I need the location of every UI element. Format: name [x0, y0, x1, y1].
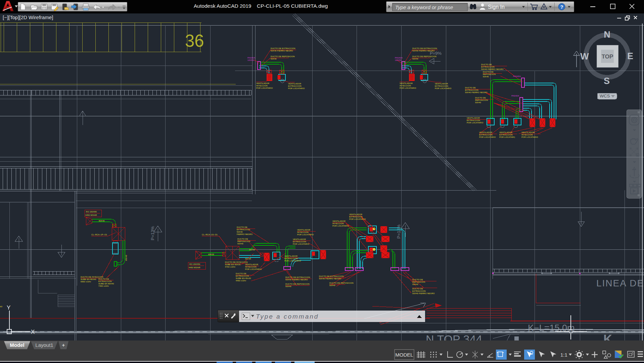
- svg-text:EXTRACCION: EXTRACCION: [435, 85, 448, 87]
- svg-text:50X40: 50X40: [271, 58, 277, 60]
- svg-text:50X40 FIERRO NEGRO: 50X40 FIERRO NEGRO: [465, 91, 488, 93]
- svg-text:50X40: 50X40: [285, 285, 291, 287]
- svg-text:?: ?: [560, 4, 563, 10]
- svg-text:RO 150X80: RO 150X80: [86, 211, 97, 213]
- svg-text:50X40: 50X40: [412, 58, 418, 60]
- svg-text:50X40 FIERRO NEGRO: 50X40 FIERRO NEGRO: [319, 278, 341, 280]
- svg-text:POR LOCATARIO: POR LOCATARIO: [297, 234, 314, 236]
- svg-text:VENTILADOR: VENTILADOR: [435, 83, 448, 85]
- svg-text:RO 150X50: RO 150X50: [189, 263, 200, 265]
- svg-text:N: N: [604, 30, 610, 40]
- svg-text:4450 M3/HR: 4450 M3/HR: [189, 267, 200, 269]
- svg-text:DUCTO DE: DUCTO DE: [481, 64, 492, 66]
- svg-text:E: E: [627, 51, 633, 61]
- svg-text:DUCTO DE: DUCTO DE: [237, 226, 247, 228]
- svg-text:DUCTO DE: DUCTO DE: [412, 288, 423, 290]
- svg-text:65X35: 65X35: [245, 258, 251, 260]
- svg-text:REPOSICION: REPOSICION: [475, 99, 488, 101]
- svg-text:FIERRO NEGRO: FIERRO NEGRO: [237, 233, 252, 235]
- svg-text:SUBE EN 80X40: SUBE EN 80X40: [81, 278, 96, 280]
- svg-text:6650 m3/hr: 6650 m3/hr: [81, 281, 91, 283]
- svg-text:INYECCION: INYECCION: [256, 85, 268, 87]
- svg-text:Y: Y: [7, 305, 10, 311]
- svg-text:Type a command: Type a command: [256, 313, 319, 320]
- svg-text:50X40: 50X40: [412, 283, 418, 285]
- svg-text:DUCTO DE: DUCTO DE: [236, 273, 246, 275]
- svg-text:120X50: 120X50: [395, 59, 402, 61]
- svg-text:SUBE EN 80X40: SUBE EN 80X40: [98, 283, 114, 285]
- svg-text:50X40: 50X40: [483, 76, 489, 78]
- svg-text:POR LOCATARI): POR LOCATARI): [499, 136, 515, 138]
- svg-text:EXTRACCION: EXTRACCION: [98, 280, 112, 282]
- svg-text:DUCTO DE EXTRACCION: DUCTO DE EXTRACCION: [271, 47, 295, 49]
- svg-text:VENTILADOR: VENTILADOR: [297, 229, 310, 231]
- svg-text:4450 M3/HR: 4450 M3/HR: [85, 214, 97, 216]
- svg-text:INYECCION: INYECCION: [332, 223, 344, 225]
- svg-text:POR LOCATARIO: POR LOCATARIO: [349, 218, 366, 220]
- svg-text:VENTILADOR: VENTILADOR: [349, 213, 362, 215]
- svg-text:4700 m3/hr: 4700 m3/hr: [225, 266, 235, 268]
- svg-text:VENTILADOR: VENTILADOR: [284, 255, 297, 257]
- svg-text:EXTRACCION: EXTRACCION: [467, 119, 480, 121]
- svg-text:EXTRACCION: EXTRACCION: [293, 241, 306, 243]
- svg-text:INYECCION: INYECCION: [245, 266, 257, 268]
- svg-text:PASADA: PASADA: [247, 57, 255, 59]
- svg-text:W: W: [580, 51, 589, 62]
- svg-text:DUCTO DE: DUCTO DE: [465, 87, 476, 89]
- svg-text:DUCTO DE: DUCTO DE: [483, 71, 494, 73]
- svg-text:DUCTO DE: DUCTO DE: [412, 279, 423, 281]
- svg-text:VENTILADOR: VENTILADOR: [288, 83, 301, 85]
- svg-text:VENTILADOR: VENTILADOR: [256, 82, 269, 84]
- svg-text:EXTRACCION: EXTRACCION: [481, 66, 495, 68]
- svg-text:VENTILADOR: VENTILADOR: [479, 131, 492, 133]
- svg-text:EXTRACCION: EXTRACCION: [499, 134, 513, 136]
- svg-text:REPOSICION: REPOSICION: [412, 281, 425, 283]
- svg-text:DUCTO DE REPOSICION: DUCTO DE REPOSICION: [271, 55, 295, 57]
- svg-text:CL−RCA−1S−O1: CL−RCA−1S−O1: [202, 234, 218, 236]
- svg-text:DUCTO DE EXTRACCION: DUCTO DE EXTRACCION: [319, 275, 344, 277]
- svg-text:INYECCION: INYECCION: [400, 85, 411, 87]
- svg-text:POR LOCATARIO: POR LOCATARIO: [479, 136, 496, 138]
- svg-text:DUCTO DE EXTRACCION: DUCTO DE EXTRACCION: [412, 47, 437, 49]
- svg-text:50X40: 50X40: [237, 231, 243, 233]
- svg-text:PASADA: PASADA: [511, 95, 519, 97]
- svg-text:POR LOCATARIO: POR LOCATARIO: [332, 225, 349, 227]
- svg-text:4450 m3/hr: 4450 m3/hr: [236, 280, 246, 282]
- svg-text:POR LOCATARIO: POR LOCATARIO: [284, 260, 301, 262]
- svg-text:MODEL: MODEL: [395, 352, 413, 358]
- svg-text:K: K: [603, 332, 612, 340]
- svg-text:S: S: [604, 76, 610, 86]
- svg-text:INYECCION: INYECCION: [297, 231, 309, 233]
- svg-text:REPOSICION: REPOSICION: [483, 73, 496, 75]
- svg-text:DUCTO DE: DUCTO DE: [237, 238, 248, 240]
- svg-text:DUCTO DE INYECCION: DUCTO DE INYECCION: [225, 261, 248, 263]
- svg-text:SUBE EN 65x30: SUBE EN 65x30: [236, 277, 251, 279]
- svg-text:WCS: WCS: [600, 93, 610, 98]
- svg-text:36: 36: [185, 31, 204, 50]
- svg-text:LINEA DE: LINEA DE: [596, 278, 644, 288]
- svg-text:DUCTO DE REPOSICION: DUCTO DE REPOSICION: [285, 283, 310, 285]
- svg-text:Sign In: Sign In: [488, 4, 505, 10]
- svg-text:REPOSICION: REPOSICION: [237, 240, 250, 242]
- svg-text:TOP: TOP: [602, 53, 613, 60]
- svg-text:VENTILADOR: VENTILADOR: [245, 264, 258, 266]
- svg-text:50X40 FIERRO NEGRO: 50X40 FIERRO NEGRO: [412, 50, 435, 52]
- svg-text:65X35: 65X35: [208, 253, 214, 255]
- svg-text:DUCTO DE REPOSICION: DUCTO DE REPOSICION: [329, 282, 354, 284]
- svg-text:EXTRACCION: EXTRACCION: [237, 229, 250, 231]
- svg-text:50X40: 50X40: [475, 102, 481, 104]
- svg-text:X: X: [31, 329, 35, 335]
- svg-text:POR LOCATARIO: POR LOCATARIO: [435, 87, 452, 89]
- svg-text:VENTILADOR: VENTILADOR: [521, 131, 535, 133]
- svg-text:DUCTO DE: DUCTO DE: [98, 278, 109, 280]
- svg-text:120X50: 120X50: [247, 59, 254, 61]
- svg-text:CL−RCA−1P−O1: CL−RCA−1P−O1: [91, 234, 107, 236]
- svg-text:P=13%: P=13%: [150, 226, 155, 240]
- svg-text:65X35: 65X35: [249, 249, 255, 251]
- svg-text:50X40 FIERRO NEGRO: 50X40 FIERRO NEGRO: [271, 50, 293, 52]
- svg-text:POR LOCATARIO: POR LOCATARIO: [467, 122, 484, 124]
- svg-text:VENTILADOR: VENTILADOR: [293, 238, 306, 240]
- svg-text:DUCTO DE REPOSICION: DUCTO DE REPOSICION: [412, 55, 436, 57]
- svg-text:b0: b0: [0, 306, 2, 308]
- svg-text:POR LOCATARIO: POR LOCATARIO: [400, 87, 416, 89]
